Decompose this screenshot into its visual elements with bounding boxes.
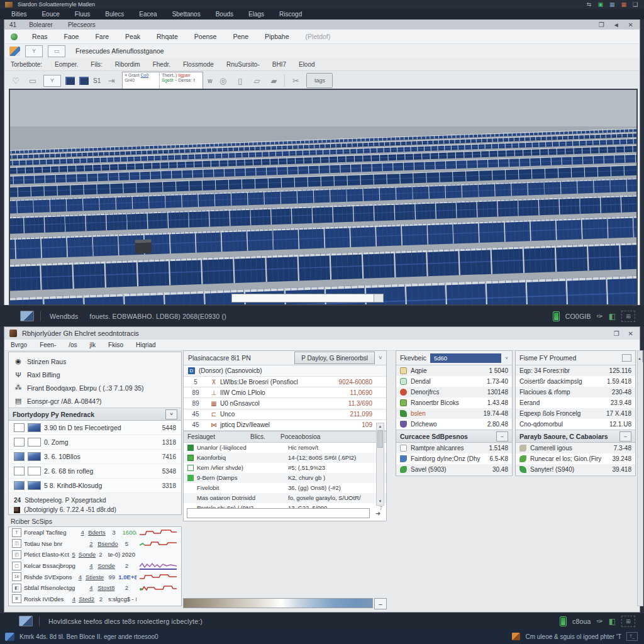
summary-row[interactable]: Ranoertbr Bicoks 1.43.48 bbox=[396, 397, 512, 408]
checkbox[interactable] bbox=[14, 467, 25, 475]
run-row[interactable]: ◫ Totlau Nse bnr 2 Bsendo 5 bbox=[9, 538, 181, 550]
menu-item[interactable]: Reas bbox=[24, 33, 56, 40]
section-button[interactable]: – bbox=[496, 431, 508, 441]
panel-window-icon[interactable] bbox=[622, 354, 631, 362]
run-link[interactable]: Bderts bbox=[88, 529, 109, 536]
layer-icon-1[interactable] bbox=[65, 77, 75, 85]
marquee-icon[interactable]: ▭ bbox=[26, 74, 39, 87]
run-count-link[interactable]: 4 bbox=[89, 562, 95, 569]
menu-item[interactable]: Poense bbox=[186, 33, 225, 40]
apply-icon[interactable]: ➜ bbox=[373, 508, 383, 518]
scroll-down-icon[interactable]: ▼ bbox=[377, 498, 384, 505]
project-info-row[interactable]: ◉ Stinzen Raus bbox=[9, 355, 181, 368]
checkbox[interactable] bbox=[14, 423, 25, 432]
params-row[interactable]: Cno-qdomorbul 12.1.U8 bbox=[516, 419, 635, 430]
run-count-link[interactable]: 2 bbox=[89, 540, 95, 547]
close-icon[interactable]: ✕ bbox=[628, 21, 633, 28]
summary-row[interactable]: Dendal 1.73-40 bbox=[396, 376, 512, 387]
run-link[interactable]: Sonde bbox=[97, 562, 122, 569]
toolbar-tab[interactable]: Eomper. bbox=[48, 61, 84, 68]
toolbar-tab[interactable]: Flossmode bbox=[177, 61, 220, 68]
run-link[interactable]: Bsendo bbox=[97, 540, 122, 547]
summary-row[interactable]: Drlchewo 2.80.48 bbox=[396, 419, 512, 430]
snap-grid-icon[interactable]: ⊞ bbox=[621, 311, 635, 322]
checkbox[interactable] bbox=[14, 438, 25, 447]
checkbox[interactable] bbox=[14, 452, 25, 461]
top-menu-item[interactable]: Elags bbox=[241, 11, 272, 18]
detail-menu-item[interactable]: /os bbox=[62, 341, 83, 348]
sync-icon[interactable]: ⇆ bbox=[587, 1, 592, 8]
project-info-row[interactable]: Ψ Raxl Bifling bbox=[9, 368, 181, 381]
results-row[interactable]: Mas oataron Dotrisidd fo, gosele garaylo… bbox=[184, 493, 386, 503]
results-row[interactable]: Fivelobit 36, (gg) Ons8) (-#2) 5 bbox=[184, 483, 386, 493]
titlebar-tab-2[interactable]: Plecseors bbox=[60, 21, 103, 28]
variant-dropdown-icon[interactable]: ˅ bbox=[375, 352, 386, 364]
close-icon[interactable]: ✕ bbox=[628, 330, 633, 337]
toolbar-tab[interactable]: Fhedr. bbox=[147, 61, 177, 68]
grid-blue-icon[interactable]: ▦ bbox=[609, 1, 615, 8]
run-row[interactable]: ▢ Kelcar Bssacjbropg 4 Sonde 2 bbox=[9, 560, 181, 572]
scroll-thumb[interactable] bbox=[377, 430, 383, 448]
run-row[interactable]: ◰ Pletict Elasto-Kct 5 Sonde 2 te-0) 202… bbox=[9, 549, 181, 560]
panel-icon[interactable]: ▯ bbox=[233, 74, 246, 87]
grid-tool-button[interactable]: ▭ bbox=[48, 45, 65, 57]
toolbar-tab[interactable]: Torbetbote: bbox=[4, 61, 48, 68]
box-icon[interactable]: ◧ bbox=[609, 617, 616, 626]
top-menu-item[interactable]: Fluus bbox=[67, 11, 97, 18]
toolbar-tab[interactable]: Fils: bbox=[84, 61, 108, 68]
gradient-minus-button[interactable]: – bbox=[374, 598, 387, 609]
chat-icon[interactable]: ❑ bbox=[633, 1, 638, 8]
select-arrow-icon[interactable]: ˅ bbox=[505, 355, 508, 361]
detail-menu-item[interactable]: Hiqriad bbox=[130, 341, 162, 348]
taskbar-right-text[interactable]: Cm uleoe & sguis ol igoed phter 'T bbox=[525, 633, 621, 640]
component-row[interactable]: 5 ⊼ LWlbs:lJe Broesri (Ponsfiocl 9024-60… bbox=[184, 377, 386, 387]
scene-thumbnail-icon[interactable] bbox=[20, 311, 34, 321]
variant-select[interactable]: 5d60 bbox=[430, 353, 501, 363]
losses-row[interactable]: Savel (5903) 30.48 bbox=[396, 464, 512, 475]
component-row[interactable]: 89 ⊥ IIW Cmio LPlolo 11,0690 bbox=[184, 387, 386, 398]
run-row[interactable]: 1e Rishde SVExpons 4 Stieste 99 1.0E+8t0 bbox=[9, 571, 181, 582]
menu-item[interactable]: Rhqate bbox=[148, 33, 186, 40]
tags-button[interactable]: tags bbox=[306, 73, 333, 88]
detail-scrollbar[interactable]: ▲ bbox=[637, 350, 643, 606]
top-menu-item[interactable]: Riscogd bbox=[272, 11, 309, 18]
snap-grid-icon[interactable]: ⊞ bbox=[621, 616, 635, 627]
detail-menu-item[interactable]: Fkiso bbox=[102, 341, 130, 348]
tools-icon[interactable]: ✑ bbox=[597, 617, 603, 626]
checklist-row[interactable]: 2. 6. 68 tin rofleg 5348 bbox=[9, 464, 181, 479]
params-row[interactable]: Flacioues & rfomp 230-48 bbox=[516, 387, 635, 397]
col-header[interactable]: Poceaobosioa bbox=[280, 433, 379, 440]
run-link[interactable]: Sted2 bbox=[79, 596, 97, 602]
legend-cell-link[interactable]: Co0 bbox=[141, 73, 149, 77]
run-row[interactable]: T Foreapl Tacfiteg 4 Bderts 3 1600/9 bbox=[9, 527, 181, 538]
filter-input[interactable] bbox=[187, 508, 370, 518]
menu-item[interactable]: Peak bbox=[117, 33, 148, 40]
detail-menu-item[interactable]: Bvrgo bbox=[4, 341, 33, 348]
doc-thumbnail-icon[interactable] bbox=[19, 616, 33, 626]
section-combo-button[interactable]: ˅ bbox=[165, 409, 177, 419]
toolbar-tab[interactable]: Elood bbox=[292, 61, 321, 68]
lasso-icon[interactable]: ♡ bbox=[9, 74, 22, 87]
restore-icon[interactable]: ❐ bbox=[614, 330, 619, 337]
run-link[interactable]: Sonde bbox=[79, 551, 96, 558]
cube-icon[interactable] bbox=[9, 47, 20, 56]
variant-button[interactable]: P Dayloy, G Bineroorbsl bbox=[294, 352, 375, 364]
summary-row[interactable]: Denorjfrcs 130148 bbox=[396, 387, 512, 397]
run-link[interactable]: Stieste bbox=[86, 574, 106, 580]
results-row[interactable]: 9-Bern (Damps K2, churv gb ) 4 bbox=[184, 473, 386, 483]
viewport-3d[interactable] bbox=[9, 89, 638, 306]
params-row[interactable]: Coisertßr daackimpslg 1.59.418 bbox=[516, 376, 635, 387]
menu-item[interactable]: Faoe bbox=[56, 33, 87, 40]
input-method-icon[interactable]: T_ bbox=[626, 632, 638, 641]
store-icon[interactable]: ▣ bbox=[597, 1, 603, 8]
layer-icon-2[interactable] bbox=[79, 77, 89, 85]
top-menu-item[interactable]: Bities bbox=[4, 11, 34, 18]
top-menu-item[interactable]: Bulecs bbox=[97, 11, 131, 18]
scissors-icon[interactable]: ✂ bbox=[289, 74, 302, 87]
calibration-row[interactable]: Camerell igous 7.3-48 bbox=[516, 443, 635, 453]
run-count-link[interactable]: 5 bbox=[72, 551, 75, 558]
losses-row[interactable]: Ramtpre ahlcanres 1.5148 bbox=[396, 443, 512, 453]
orbit-icon[interactable]: ◎ bbox=[216, 74, 229, 87]
run-link[interactable]: Stoxt8 bbox=[97, 584, 122, 591]
plot-tool-button[interactable]: Y bbox=[43, 75, 61, 87]
